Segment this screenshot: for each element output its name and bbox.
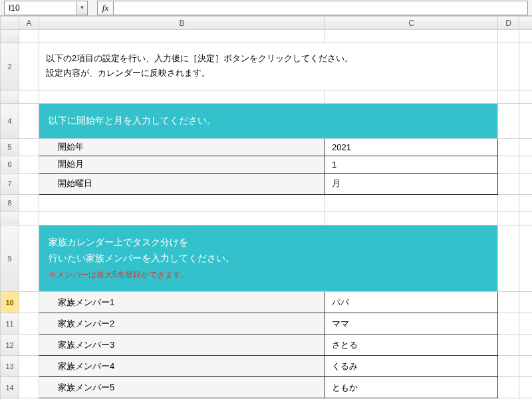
cell[interactable] [519, 156, 533, 173]
cell[interactable] [519, 292, 533, 313]
cell[interactable] [498, 138, 519, 156]
col-header-B[interactable]: B [39, 17, 325, 30]
start-dow-label[interactable]: 開始曜日 [39, 173, 325, 194]
cell[interactable] [19, 211, 39, 225]
cell[interactable] [19, 104, 39, 139]
cell[interactable] [498, 377, 519, 398]
row-header[interactable] [1, 211, 19, 225]
cell[interactable] [19, 194, 39, 211]
cell[interactable] [498, 30, 519, 43]
name-box[interactable]: I10 [4, 1, 77, 15]
row-header[interactable] [1, 30, 19, 43]
row-header[interactable]: 4 [1, 104, 19, 139]
name-box-dropdown[interactable]: ▼ [77, 1, 88, 15]
start-year-label[interactable]: 開始年 [39, 138, 325, 156]
row-header[interactable]: 12 [1, 334, 19, 356]
cell[interactable] [19, 90, 39, 104]
cell[interactable] [39, 211, 325, 225]
cell[interactable] [498, 104, 519, 139]
start-month-label[interactable]: 開始月 [39, 156, 325, 173]
formula-input[interactable] [113, 1, 528, 15]
cell[interactable] [498, 225, 519, 291]
row-header[interactable]: 14 [1, 377, 19, 398]
cell[interactable] [19, 356, 39, 377]
cell[interactable] [498, 156, 519, 173]
cell[interactable] [519, 173, 533, 194]
cell[interactable] [498, 356, 519, 377]
cell[interactable] [325, 30, 498, 43]
cell[interactable] [519, 194, 533, 211]
cell[interactable] [39, 194, 325, 211]
family-member-3-value[interactable]: さとる [325, 334, 498, 356]
row-header[interactable]: 7 [1, 173, 19, 194]
family-member-2-value[interactable]: ママ [325, 313, 498, 334]
col-header-A[interactable]: A [19, 17, 39, 30]
cell[interactable] [325, 211, 498, 225]
cell[interactable] [498, 173, 519, 194]
spreadsheet-grid[interactable]: A B C D 2 以下の2項目の設定を行い、入力後に［決定］ボタンをクリックし… [0, 16, 532, 399]
cell[interactable] [519, 377, 533, 398]
row-header[interactable]: 5 [1, 138, 19, 156]
family-member-2-label[interactable]: 家族メンバー2 [39, 313, 325, 334]
cell[interactable] [498, 334, 519, 356]
cell[interactable] [39, 90, 325, 104]
start-dow-value[interactable]: 月 [325, 173, 498, 194]
cell[interactable] [325, 90, 498, 104]
cell[interactable] [519, 225, 533, 291]
cell[interactable] [519, 104, 533, 139]
row-header[interactable]: 9 [1, 225, 19, 291]
cell[interactable] [19, 225, 39, 291]
section1-header[interactable]: 以下に開始年と月を入力してください。 [39, 104, 498, 139]
cell[interactable] [519, 211, 533, 225]
cell[interactable] [498, 292, 519, 313]
row-header[interactable]: 10 [1, 292, 19, 313]
family-member-4-value[interactable]: くるみ [325, 356, 498, 377]
cell[interactable] [498, 43, 519, 90]
cell[interactable] [19, 156, 39, 173]
cell[interactable] [39, 30, 325, 43]
select-all-corner[interactable] [1, 17, 19, 30]
cell[interactable] [19, 30, 39, 43]
fx-button[interactable]: fx [97, 1, 113, 15]
cell[interactable] [519, 90, 533, 104]
cell[interactable] [19, 313, 39, 334]
col-header-extra[interactable] [519, 17, 533, 30]
col-header-C[interactable]: C [325, 17, 498, 30]
cell[interactable] [519, 356, 533, 377]
cell[interactable] [519, 30, 533, 43]
cell[interactable] [325, 194, 498, 211]
row-header[interactable]: 13 [1, 356, 19, 377]
family-member-5-value[interactable]: ともか [325, 377, 498, 398]
cell[interactable] [498, 211, 519, 225]
section1-title: 以下に開始年と月を入力してください。 [49, 115, 216, 126]
cell[interactable] [519, 43, 533, 90]
cell[interactable] [519, 138, 533, 156]
instructions-text[interactable]: 以下の2項目の設定を行い、入力後に［決定］ボタンをクリックしてください。 設定内… [39, 43, 498, 90]
row-header[interactable]: 11 [1, 313, 19, 334]
family-member-5-label[interactable]: 家族メンバー5 [39, 377, 325, 398]
column-header-row: A B C D [1, 17, 533, 30]
col-header-D[interactable]: D [498, 17, 519, 30]
row-header[interactable]: 2 [1, 43, 19, 90]
cell[interactable] [19, 292, 39, 313]
row-header[interactable]: 6 [1, 156, 19, 173]
cell[interactable] [498, 194, 519, 211]
family-member-1-label[interactable]: 家族メンバー1 [39, 292, 325, 313]
cell[interactable] [498, 313, 519, 334]
cell[interactable] [519, 334, 533, 356]
cell[interactable] [519, 313, 533, 334]
row-header[interactable] [1, 90, 19, 104]
start-year-value[interactable]: 2021 [325, 138, 498, 156]
start-month-value[interactable]: 1 [325, 156, 498, 173]
cell[interactable] [19, 377, 39, 398]
cell[interactable] [19, 43, 39, 90]
family-member-3-label[interactable]: 家族メンバー3 [39, 334, 325, 356]
family-member-1-value[interactable]: パパ [325, 292, 498, 313]
cell[interactable] [498, 90, 519, 104]
cell[interactable] [19, 334, 39, 356]
family-member-4-label[interactable]: 家族メンバー4 [39, 356, 325, 377]
cell[interactable] [19, 138, 39, 156]
cell[interactable] [19, 173, 39, 194]
row-header[interactable]: 8 [1, 194, 19, 211]
section2-header[interactable]: 家族カレンダー上でタスク分けを 行いたい家族メンバーを入力してください。 ※メン… [39, 225, 498, 291]
